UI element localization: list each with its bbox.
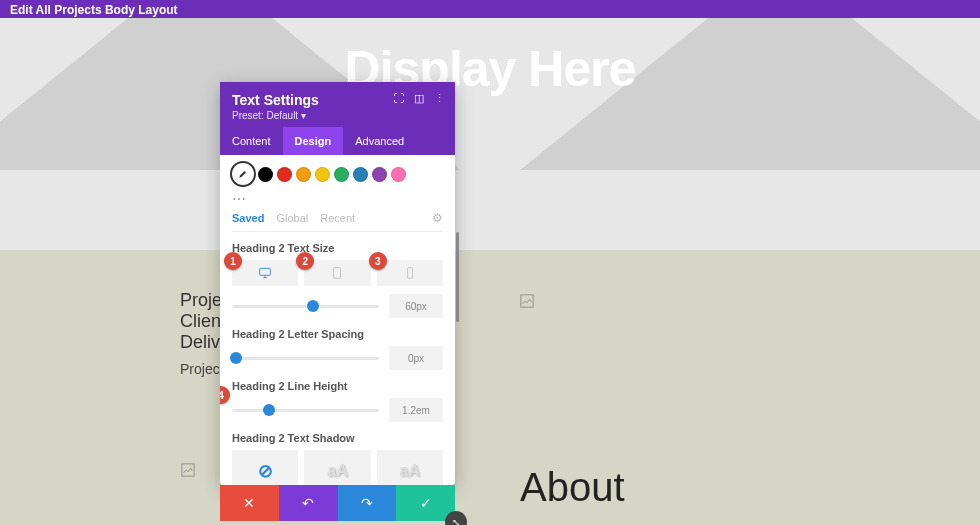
panel-preset[interactable]: Preset: Default ▾ <box>232 110 443 121</box>
text-size-label: Heading 2 Text Size <box>232 242 443 254</box>
eyedropper-icon[interactable] <box>232 163 254 185</box>
text-size-slider: 60px <box>232 294 443 318</box>
columns-icon[interactable]: ◫ <box>414 92 424 105</box>
annotation-badge-4: 4 <box>220 386 230 404</box>
device-selector: 1 2 3 <box>232 260 443 286</box>
swatch-purple[interactable] <box>372 167 387 182</box>
kebab-icon[interactable]: ⋮ <box>434 92 445 105</box>
device-desktop[interactable]: 1 <box>232 260 298 286</box>
slider-track[interactable] <box>232 305 379 308</box>
subtab-saved[interactable]: Saved <box>232 212 264 224</box>
top-bar-title: Edit All Projects Body Layout <box>10 3 178 17</box>
expand-icon[interactable]: ⛶ <box>393 92 404 105</box>
text-size-value[interactable]: 60px <box>389 294 443 318</box>
subtab-global[interactable]: Global <box>276 212 308 224</box>
svg-rect-2 <box>260 268 271 275</box>
gear-icon[interactable]: ⚙ <box>432 211 443 225</box>
undo-button[interactable]: ↶ <box>279 485 338 521</box>
slider-thumb[interactable] <box>230 352 242 364</box>
text-settings-panel: Text Settings Preset: Default ▾ ⛶ ◫ ⋮ Co… <box>220 82 455 485</box>
letter-spacing-label: Heading 2 Letter Spacing <box>232 328 443 340</box>
panel-body: ⋯ Saved Global Recent ⚙ Heading 2 Text S… <box>220 155 455 485</box>
panel-scrollbar[interactable] <box>456 232 459 322</box>
panel-header[interactable]: Text Settings Preset: Default ▾ ⛶ ◫ ⋮ <box>220 82 455 127</box>
panel-footer: ✕ ↶ ↷ ✓ <box>220 485 455 521</box>
swatch-green[interactable] <box>334 167 349 182</box>
device-tablet[interactable]: 2 <box>304 260 370 286</box>
color-swatches <box>232 163 443 185</box>
svg-rect-3 <box>334 268 341 279</box>
letter-spacing-value[interactable]: 0px <box>389 346 443 370</box>
broken-image-icon <box>181 463 195 477</box>
swatch-pink[interactable] <box>391 167 406 182</box>
about-heading: About <box>520 465 625 510</box>
tab-content[interactable]: Content <box>220 127 283 155</box>
line-height-label: 4 Heading 2 Line Height <box>232 380 443 392</box>
slider-thumb[interactable] <box>307 300 319 312</box>
slider-thumb[interactable] <box>263 404 275 416</box>
shadow-none[interactable]: ⊘ <box>232 450 298 485</box>
annotation-badge-2: 2 <box>296 252 314 270</box>
text-shadow-options: ⊘ aA aA <box>232 450 443 485</box>
redo-button[interactable]: ↷ <box>338 485 397 521</box>
more-options[interactable]: ⋯ <box>232 191 443 207</box>
color-subtabs: Saved Global Recent ⚙ <box>232 211 443 232</box>
text-shadow-label: Heading 2 Text Shadow <box>232 432 443 444</box>
tab-advanced[interactable]: Advanced <box>343 127 416 155</box>
letter-spacing-slider: 0px <box>232 346 443 370</box>
slider-track[interactable] <box>232 409 379 412</box>
line-height-slider: 1.2em <box>232 398 443 422</box>
close-button[interactable]: ✕ <box>220 485 279 521</box>
panel-tabs: Content Design Advanced <box>220 127 455 155</box>
slider-track[interactable] <box>232 357 379 360</box>
subtab-recent[interactable]: Recent <box>320 212 355 224</box>
swatch-black[interactable] <box>258 167 273 182</box>
swatch-blue[interactable] <box>353 167 368 182</box>
annotation-badge-1: 1 <box>224 252 242 270</box>
top-bar: Edit All Projects Body Layout <box>0 0 980 18</box>
line-height-value[interactable]: 1.2em <box>389 398 443 422</box>
hero-title: Display Here <box>0 40 980 98</box>
page-background: Display Here Projec Client Delive Projec… <box>0 0 980 525</box>
tab-design[interactable]: Design <box>283 127 344 155</box>
device-phone[interactable]: 3 <box>377 260 443 286</box>
broken-image-icon <box>520 294 534 308</box>
line-height-label-text: Heading 2 Line Height <box>232 380 348 392</box>
hero-band <box>0 0 980 250</box>
shadow-option-1[interactable]: aA <box>304 450 370 485</box>
annotation-badge-3: 3 <box>369 252 387 270</box>
shadow-option-2[interactable]: aA <box>377 450 443 485</box>
swatch-red[interactable] <box>277 167 292 182</box>
swatch-yellow[interactable] <box>315 167 330 182</box>
swatch-orange[interactable] <box>296 167 311 182</box>
svg-rect-4 <box>407 268 412 279</box>
